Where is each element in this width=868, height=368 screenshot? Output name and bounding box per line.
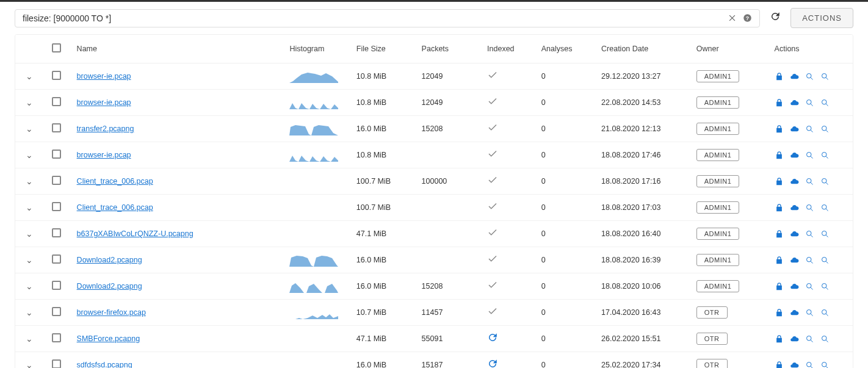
expand-chevron-icon[interactable]: ⌄ bbox=[26, 308, 33, 317]
search-icon[interactable] bbox=[805, 177, 814, 186]
search-detail-icon[interactable] bbox=[820, 256, 830, 265]
search-icon[interactable] bbox=[805, 282, 814, 291]
search-icon[interactable] bbox=[805, 334, 814, 344]
lock-icon[interactable] bbox=[775, 256, 784, 265]
search-icon[interactable] bbox=[805, 308, 814, 317]
row-checkbox[interactable] bbox=[52, 71, 61, 80]
search-detail-icon[interactable] bbox=[820, 124, 830, 134]
owner-chip[interactable]: ADMIN1 bbox=[696, 254, 740, 266]
cloud-download-icon[interactable] bbox=[790, 98, 799, 107]
expand-chevron-icon[interactable]: ⌄ bbox=[26, 229, 33, 239]
cloud-download-icon[interactable] bbox=[790, 334, 799, 344]
expand-chevron-icon[interactable]: ⌄ bbox=[26, 124, 33, 134]
file-name-link[interactable]: Client_trace_006.pcap bbox=[77, 203, 153, 212]
indexing-refresh-icon[interactable] bbox=[487, 361, 498, 368]
indexing-refresh-icon[interactable] bbox=[487, 334, 498, 345]
lock-icon[interactable] bbox=[775, 308, 784, 317]
search-icon[interactable] bbox=[805, 151, 814, 160]
lock-icon[interactable] bbox=[775, 203, 784, 212]
row-checkbox[interactable] bbox=[52, 97, 61, 106]
search-detail-icon[interactable] bbox=[820, 229, 830, 239]
expand-chevron-icon[interactable]: ⌄ bbox=[26, 176, 33, 186]
col-owner[interactable]: Owner bbox=[690, 35, 769, 63]
owner-chip[interactable]: ADMIN1 bbox=[696, 123, 740, 135]
lock-icon[interactable] bbox=[775, 151, 784, 160]
search-icon[interactable] bbox=[805, 98, 814, 107]
search-detail-icon[interactable] bbox=[820, 151, 830, 160]
cloud-download-icon[interactable] bbox=[790, 124, 799, 134]
lock-icon[interactable] bbox=[775, 334, 784, 344]
expand-chevron-icon[interactable]: ⌄ bbox=[26, 71, 33, 81]
row-checkbox[interactable] bbox=[52, 176, 61, 185]
owner-chip[interactable]: ADMIN1 bbox=[696, 175, 740, 187]
col-filesize[interactable]: File Size bbox=[350, 35, 416, 63]
expand-chevron-icon[interactable]: ⌄ bbox=[26, 334, 33, 344]
search-icon[interactable] bbox=[805, 203, 814, 212]
row-checkbox[interactable] bbox=[52, 254, 61, 264]
expand-chevron-icon[interactable]: ⌄ bbox=[26, 281, 33, 291]
file-name-link[interactable]: browser-firefox.pcap bbox=[77, 308, 146, 317]
cloud-download-icon[interactable] bbox=[790, 72, 799, 81]
search-icon[interactable] bbox=[805, 361, 814, 369]
cloud-download-icon[interactable] bbox=[790, 361, 799, 369]
search-detail-icon[interactable] bbox=[820, 308, 830, 317]
owner-chip[interactable]: OTR bbox=[696, 306, 728, 319]
search-detail-icon[interactable] bbox=[820, 177, 830, 186]
owner-chip[interactable]: ADMIN1 bbox=[696, 96, 740, 109]
refresh-icon[interactable] bbox=[770, 11, 781, 25]
cloud-download-icon[interactable] bbox=[790, 177, 799, 186]
select-all-checkbox[interactable] bbox=[52, 43, 61, 52]
lock-icon[interactable] bbox=[775, 72, 784, 81]
search-detail-icon[interactable] bbox=[820, 98, 830, 107]
col-analyses[interactable]: Analyses bbox=[535, 35, 595, 63]
owner-chip[interactable]: ADMIN1 bbox=[696, 70, 740, 82]
lock-icon[interactable] bbox=[775, 177, 784, 186]
expand-chevron-icon[interactable]: ⌄ bbox=[26, 150, 33, 160]
expand-chevron-icon[interactable]: ⌄ bbox=[26, 360, 33, 368]
file-name-link[interactable]: browser-ie.pcap bbox=[77, 72, 131, 81]
row-checkbox[interactable] bbox=[52, 307, 61, 316]
owner-chip[interactable]: ADMIN1 bbox=[696, 228, 740, 240]
col-histogram[interactable]: Histogram bbox=[283, 35, 350, 63]
file-name-link[interactable]: Download2.pcapng bbox=[77, 282, 142, 290]
actions-button[interactable]: ACTIONS bbox=[790, 8, 853, 28]
row-checkbox[interactable] bbox=[52, 123, 61, 132]
expand-chevron-icon[interactable]: ⌄ bbox=[26, 98, 33, 107]
lock-icon[interactable] bbox=[775, 98, 784, 107]
search-input[interactable] bbox=[23, 13, 728, 23]
file-name-link[interactable]: Download2.pcapng bbox=[77, 256, 142, 264]
owner-chip[interactable]: OTR bbox=[696, 333, 728, 345]
file-name-link[interactable]: b637gXABIwCoLrQNZZ-U.pcapng bbox=[77, 229, 193, 238]
file-name-link[interactable]: browser-ie.pcap bbox=[77, 98, 131, 107]
search-detail-icon[interactable] bbox=[820, 334, 830, 344]
lock-icon[interactable] bbox=[775, 361, 784, 369]
expand-chevron-icon[interactable]: ⌄ bbox=[26, 203, 33, 212]
row-checkbox[interactable] bbox=[52, 281, 61, 290]
search-icon[interactable] bbox=[805, 256, 814, 265]
search-detail-icon[interactable] bbox=[820, 203, 830, 212]
file-name-link[interactable]: Client_trace_006.pcap bbox=[77, 177, 153, 186]
cloud-download-icon[interactable] bbox=[790, 229, 799, 239]
owner-chip[interactable]: ADMIN1 bbox=[696, 149, 740, 161]
lock-icon[interactable] bbox=[775, 124, 784, 134]
search-icon[interactable] bbox=[805, 124, 814, 134]
col-name[interactable]: Name bbox=[71, 35, 284, 63]
cloud-download-icon[interactable] bbox=[790, 282, 799, 291]
col-indexed[interactable]: Indexed bbox=[481, 35, 535, 63]
file-name-link[interactable]: SMBForce.pcapng bbox=[77, 334, 140, 343]
expand-chevron-icon[interactable]: ⌄ bbox=[26, 255, 33, 265]
search-icon[interactable] bbox=[805, 229, 814, 239]
lock-icon[interactable] bbox=[775, 282, 784, 291]
search-detail-icon[interactable] bbox=[820, 72, 830, 81]
owner-chip[interactable]: ADMIN1 bbox=[696, 280, 740, 292]
row-checkbox[interactable] bbox=[52, 333, 61, 342]
row-checkbox[interactable] bbox=[52, 150, 61, 159]
row-checkbox[interactable] bbox=[52, 359, 61, 368]
file-name-link[interactable]: browser-ie.pcap bbox=[77, 151, 131, 159]
cloud-download-icon[interactable] bbox=[790, 151, 799, 160]
cloud-download-icon[interactable] bbox=[790, 308, 799, 317]
help-icon[interactable]: ? bbox=[743, 13, 752, 23]
file-name-link[interactable]: transfer2.pcapng bbox=[77, 124, 134, 133]
row-checkbox[interactable] bbox=[52, 202, 61, 211]
file-name-link[interactable]: sdfdsfsd.pcapng bbox=[77, 361, 132, 368]
